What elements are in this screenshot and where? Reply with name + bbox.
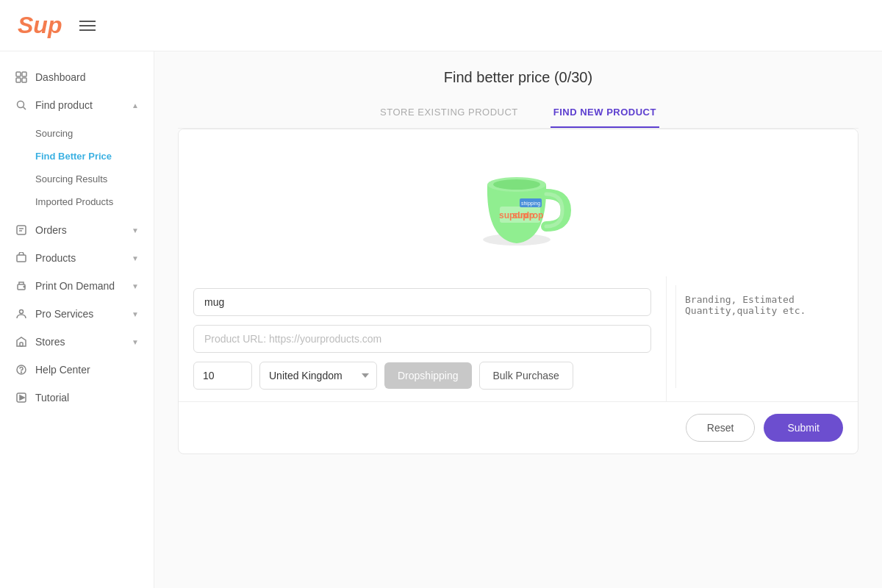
svg-rect-2 (16, 78, 21, 82)
product-name-input[interactable] (193, 288, 651, 316)
sidebar-item-find-product[interactable]: Find product ▲ (0, 91, 154, 119)
action-row: Reset Submit (179, 401, 858, 453)
stores-icon (15, 335, 28, 348)
sidebar-label-help: Help Center (35, 364, 90, 376)
svg-rect-6 (17, 226, 26, 234)
products-icon (15, 251, 28, 265)
bulk-purchase-button[interactable]: Bulk Purchase (479, 362, 573, 390)
help-icon (15, 363, 28, 376)
form-left: United Kingdom United States Australia C… (179, 276, 667, 401)
sidebar-item-stores[interactable]: Stores ▼ (0, 328, 154, 356)
chevron-up-icon: ▲ (132, 101, 139, 110)
find-product-submenu: Sourcing Find Better Price Sourcing Resu… (0, 119, 154, 216)
svg-line-5 (24, 107, 26, 110)
quantity-input[interactable] (193, 362, 252, 390)
sidebar-item-orders[interactable]: Orders ▼ (0, 216, 154, 244)
svg-point-20 (493, 179, 540, 190)
svg-rect-9 (17, 255, 26, 262)
notes-textarea[interactable] (675, 285, 849, 388)
chevron-down-icon-3: ▼ (132, 282, 139, 290)
chevron-down-icon-5: ▼ (132, 338, 139, 346)
tab-find-new[interactable]: FIND NEW PRODUCT (551, 101, 659, 128)
dropshipping-button[interactable]: Dropshipping (384, 362, 472, 389)
product-url-row (193, 325, 651, 353)
sidebar-item-sourcing[interactable]: Sourcing (0, 122, 154, 145)
sidebar-label-dashboard: Dashboard (35, 71, 86, 83)
sidebar-item-print-on-demand[interactable]: Print On Demand ▼ (0, 272, 154, 300)
svg-text:supdrop: supdrop (499, 210, 534, 220)
product-image-area: sup drop supdrop shipping (179, 129, 858, 276)
sidebar-item-tutorial[interactable]: Tutorial (0, 384, 154, 412)
page-title: Find better price (0/30) (178, 69, 858, 86)
dashboard-icon (15, 71, 28, 84)
sidebar-item-products[interactable]: Products ▼ (0, 244, 154, 272)
mug-image: sup drop supdrop shipping (459, 144, 577, 262)
logo: Sup (18, 12, 62, 39)
tab-store-existing[interactable]: STORE EXISTING PRODUCT (377, 101, 521, 128)
orders-icon (15, 223, 28, 237)
svg-point-15 (21, 372, 22, 373)
chevron-down-icon: ▼ (132, 226, 139, 234)
sidebar-label-tutorial: Tutorial (35, 392, 69, 404)
find-product-icon (15, 98, 28, 112)
sidebar-label-print: Print On Demand (35, 280, 115, 292)
notes-panel (667, 276, 858, 401)
layout: Dashboard Find product ▲ Sourcing Find B… (0, 51, 882, 588)
mug-svg: sup drop supdrop shipping (459, 144, 577, 262)
svg-rect-1 (22, 72, 26, 76)
content-card: sup drop supdrop shipping (178, 129, 858, 454)
country-select[interactable]: United Kingdom United States Australia C… (259, 362, 377, 390)
sidebar-label-stores: Stores (35, 336, 65, 348)
sidebar-item-imported-products[interactable]: Imported Products (0, 190, 154, 213)
sidebar-label-products: Products (35, 252, 76, 264)
chevron-down-icon-4: ▼ (132, 310, 139, 318)
sidebar-item-pro-services[interactable]: Pro Services ▼ (0, 300, 154, 328)
sidebar-label-orders: Orders (35, 224, 67, 236)
svg-point-4 (18, 101, 24, 108)
product-url-input[interactable] (193, 325, 651, 353)
product-name-row (193, 288, 651, 316)
hamburger-menu[interactable] (79, 21, 96, 31)
print-icon (15, 279, 28, 293)
svg-point-12 (20, 310, 24, 314)
sidebar-item-dashboard[interactable]: Dashboard (0, 63, 154, 91)
controls-row: United Kingdom United States Australia C… (193, 362, 651, 390)
form-panel: United Kingdom United States Australia C… (179, 276, 858, 401)
sidebar-item-sourcing-results[interactable]: Sourcing Results (0, 168, 154, 190)
pro-icon (15, 307, 28, 320)
sidebar: Dashboard Find product ▲ Sourcing Find B… (0, 51, 154, 588)
sidebar-item-help-center[interactable]: Help Center (0, 356, 154, 384)
sidebar-item-find-better-price[interactable]: Find Better Price (0, 145, 154, 168)
chevron-down-icon-2: ▼ (132, 254, 139, 262)
sidebar-label-pro: Pro Services (35, 308, 93, 320)
header: Sup (0, 0, 882, 51)
sidebar-label-find-product: Find product (35, 99, 93, 111)
svg-rect-3 (22, 78, 26, 82)
reset-button[interactable]: Reset (686, 414, 756, 442)
svg-text:shipping: shipping (521, 201, 540, 207)
svg-marker-17 (20, 395, 24, 400)
svg-point-11 (24, 286, 25, 287)
submit-button[interactable]: Submit (764, 414, 843, 442)
tutorial-icon (15, 391, 28, 404)
main-content: Find better price (0/30) STORE EXISTING … (154, 51, 882, 588)
svg-rect-0 (16, 72, 21, 76)
tab-bar: STORE EXISTING PRODUCT FIND NEW PRODUCT (178, 101, 858, 129)
svg-rect-13 (20, 343, 23, 346)
